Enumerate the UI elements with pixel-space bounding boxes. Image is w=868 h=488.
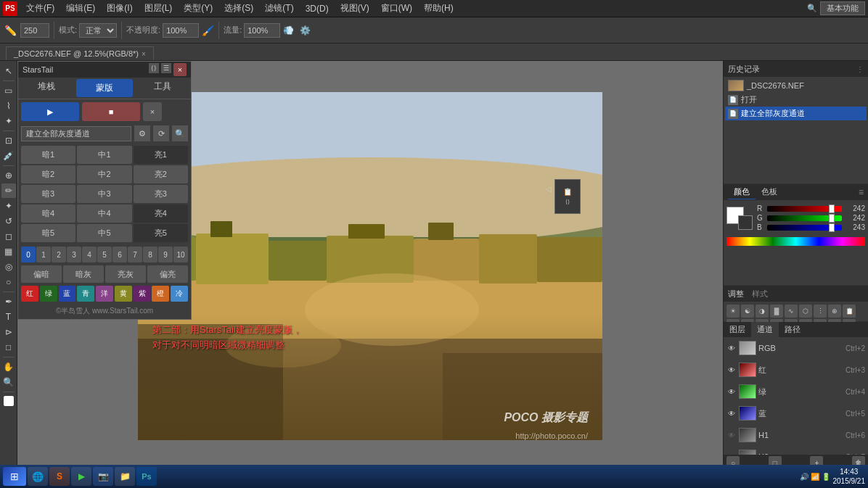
starstail-light4[interactable]: 亮4 bbox=[134, 204, 188, 223]
crop-tool[interactable]: ⊡ bbox=[1, 133, 16, 148]
gradient-tool[interactable]: ▦ bbox=[1, 244, 16, 259]
mode-select[interactable]: 正常 bbox=[79, 23, 117, 38]
starstail-color-green[interactable]: 绿 bbox=[40, 286, 57, 302]
channel-blue[interactable]: 👁 蓝 Ctrl+5 bbox=[724, 402, 868, 424]
starstail-mid5[interactable]: 中5 bbox=[77, 224, 131, 242]
pen-tool[interactable]: ✒ bbox=[1, 294, 16, 309]
starstail-num-3[interactable]: 3 bbox=[67, 247, 81, 262]
starstail-color-cyan[interactable]: 青 bbox=[77, 286, 94, 302]
menu-file[interactable]: 文件(F) bbox=[20, 1, 60, 16]
eyedropper-tool[interactable]: 💉 bbox=[1, 149, 16, 163]
starstail-search-btn[interactable]: 🔍 bbox=[172, 125, 188, 141]
brush-tool[interactable]: ✏ bbox=[1, 183, 16, 198]
adj-icon-2[interactable]: ☯ bbox=[741, 305, 754, 318]
adj-icon-7[interactable]: ⋮ bbox=[814, 305, 827, 318]
ie-button[interactable]: 🌐 bbox=[28, 467, 48, 486]
starstail-num-0[interactable]: 0 bbox=[21, 247, 36, 262]
starstail-expand-btn[interactable]: ⟨⟩ bbox=[149, 63, 159, 73]
starstail-refresh-btn[interactable]: ⟳ bbox=[153, 125, 169, 141]
skill-button[interactable]: 基本功能 bbox=[820, 1, 865, 15]
dodge-tool[interactable]: ○ bbox=[1, 275, 16, 289]
mini-panel[interactable]: 📋 ⟨⟩ bbox=[554, 179, 581, 214]
channel-eye-rgb[interactable]: 👁 bbox=[726, 343, 737, 353]
channel-eye-h1[interactable]: 👁 bbox=[726, 430, 737, 440]
flow-input[interactable] bbox=[244, 23, 280, 38]
brush-size-input[interactable] bbox=[20, 23, 49, 38]
history-panel-icon-1[interactable]: ⋮ bbox=[856, 65, 864, 73]
starstail-dark4[interactable]: 暗4 bbox=[21, 204, 75, 223]
lasso-tool[interactable]: ⌇ bbox=[1, 99, 16, 113]
eraser-tool[interactable]: ◻ bbox=[1, 229, 16, 244]
starstail-light1[interactable]: 亮1 bbox=[134, 146, 188, 164]
starstail-tab-tools[interactable]: 工具 bbox=[134, 78, 191, 99]
explorer-btn[interactable]: 📁 bbox=[115, 467, 135, 486]
starstail-mid2[interactable]: 中2 bbox=[77, 165, 131, 183]
blur-tool[interactable]: ◎ bbox=[1, 260, 16, 274]
starstail-num-2[interactable]: 2 bbox=[52, 247, 66, 262]
layers-tab-channels[interactable]: 通道 bbox=[751, 322, 779, 337]
menu-window[interactable]: 窗口(W) bbox=[375, 1, 418, 16]
photoshop-taskbar-btn[interactable]: Ps bbox=[136, 467, 157, 486]
adj-icon-6[interactable]: ⬡ bbox=[799, 305, 812, 318]
menu-select[interactable]: 选择(S) bbox=[218, 1, 259, 16]
foreground-color-btn[interactable] bbox=[4, 396, 14, 406]
healing-brush-tool[interactable]: ⊕ bbox=[1, 168, 16, 183]
adj-icon-5[interactable]: ∿ bbox=[785, 305, 798, 318]
adj-icon-1[interactable]: ☀ bbox=[726, 305, 740, 318]
channel-eye-green[interactable]: 👁 bbox=[726, 386, 737, 397]
starstail-tone-dark[interactable]: 偏暗 bbox=[21, 265, 62, 283]
channel-h1[interactable]: 👁 H1 Ctrl+6 bbox=[724, 424, 868, 446]
clone-stamp-tool[interactable]: ✦ bbox=[1, 199, 16, 213]
channel-eye-blue[interactable]: 👁 bbox=[726, 408, 737, 418]
starstail-settings-btn[interactable]: ⚙ bbox=[134, 125, 150, 141]
starstail-menu-btn[interactable]: ☰ bbox=[161, 63, 171, 73]
brush-airbrush-icon[interactable]: 🖌️ bbox=[202, 25, 214, 36]
extra-options-icon[interactable]: ⚙️ bbox=[300, 25, 311, 36]
starstail-num-1[interactable]: 1 bbox=[36, 247, 51, 262]
starstail-light5[interactable]: 亮5 bbox=[134, 224, 188, 242]
camera-btn[interactable]: 📷 bbox=[93, 467, 113, 486]
menu-layer[interactable]: 图层(L) bbox=[139, 1, 179, 16]
style-tab[interactable]: 样式 bbox=[752, 289, 768, 298]
starstail-mid4[interactable]: 中4 bbox=[77, 204, 131, 223]
starstail-num-6[interactable]: 6 bbox=[112, 247, 127, 262]
channel-green[interactable]: 👁 绿 Ctrl+4 bbox=[724, 381, 868, 402]
history-item-2[interactable]: 📄 建立全部灰度通道 bbox=[725, 107, 867, 120]
brush-tool-icon[interactable]: ✏️ bbox=[3, 23, 17, 38]
starstail-tone-lightgray[interactable]: 亮灰 bbox=[105, 265, 146, 283]
menu-view[interactable]: 视图(V) bbox=[335, 1, 375, 16]
starstail-dark2[interactable]: 暗2 bbox=[21, 165, 75, 183]
mini-panel-arrow[interactable]: ⟨⟩ bbox=[565, 199, 570, 205]
channel-red[interactable]: 👁 红 Ctrl+3 bbox=[724, 359, 868, 381]
color-tab-swatches[interactable]: 色板 bbox=[756, 185, 783, 199]
move-tool[interactable]: ↖ bbox=[1, 64, 16, 78]
starstail-color-purple[interactable]: 紫 bbox=[134, 286, 151, 302]
starstail-tone-darkgray[interactable]: 暗灰 bbox=[63, 265, 104, 283]
starstail-color-blue[interactable]: 蓝 bbox=[59, 286, 76, 302]
starstail-num-8[interactable]: 8 bbox=[143, 247, 157, 262]
history-item-0[interactable]: _DSC2676.NEF bbox=[725, 78, 867, 93]
starstail-mid3[interactable]: 中3 bbox=[77, 185, 131, 203]
starstail-tab-mask[interactable]: 蒙版 bbox=[76, 79, 133, 97]
adjust-tab[interactable]: 调整 bbox=[728, 289, 744, 298]
menu-filter[interactable]: 滤镜(T) bbox=[259, 1, 299, 16]
starstail-light3[interactable]: 亮3 bbox=[134, 185, 188, 203]
channel-h2[interactable]: 👁 H2 Ctrl+7 bbox=[724, 446, 868, 455]
starstail-dark1[interactable]: 暗1 bbox=[21, 146, 75, 164]
shape-tool[interactable]: □ bbox=[1, 340, 16, 355]
g-slider-thumb[interactable] bbox=[829, 214, 835, 223]
starstail-stop-btn[interactable]: ■ bbox=[82, 102, 140, 121]
starstail-dark5[interactable]: 暗5 bbox=[21, 224, 75, 242]
menu-3d[interactable]: 3D(D) bbox=[300, 2, 335, 15]
rectangle-marquee-tool[interactable]: ▭ bbox=[1, 83, 16, 98]
zoom-tool[interactable]: 🔍 bbox=[1, 375, 16, 389]
menu-image[interactable]: 图像(I) bbox=[101, 1, 138, 16]
opacity-input[interactable] bbox=[163, 23, 199, 38]
history-brush-tool[interactable]: ↺ bbox=[1, 214, 16, 228]
color-panel-menu[interactable]: ≡ bbox=[859, 187, 864, 197]
starstail-color-cool[interactable]: 冷 bbox=[171, 286, 188, 302]
starstail-light2[interactable]: 亮2 bbox=[134, 165, 188, 183]
hand-tool[interactable]: ✋ bbox=[1, 360, 16, 374]
starstail-num-5[interactable]: 5 bbox=[97, 247, 112, 262]
document-canvas[interactable]: 第二部：用StarsTail建立亮度蒙版， 对于对不同明暗区域微精细调整 📋 ⟨… bbox=[138, 92, 602, 440]
